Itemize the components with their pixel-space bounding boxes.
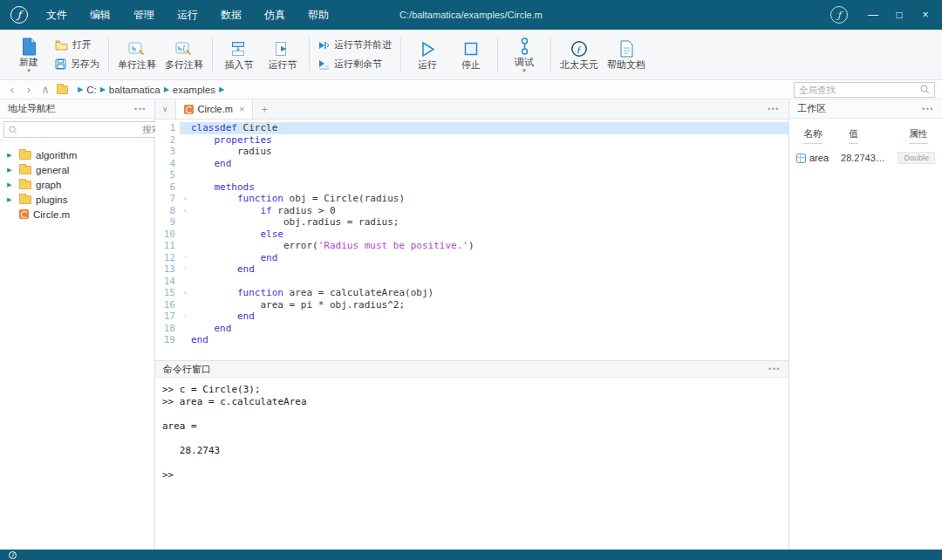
expand-caret-icon[interactable]: ▶ [7, 196, 15, 203]
single-comment-button[interactable]: % 单行注释 [114, 38, 160, 72]
minimize-button[interactable]: — [860, 0, 886, 30]
breadcrumb-segment[interactable]: baltamatica [109, 85, 160, 95]
tree-item-label: algorithm [36, 150, 77, 160]
panel-menu-dots[interactable]: ••• [134, 105, 147, 113]
tree-item-algorithm[interactable]: ▶algorithm [0, 147, 154, 162]
tree-item-plugins[interactable]: ▶plugins [0, 192, 154, 207]
code-line[interactable]: 19end [155, 334, 788, 346]
code-line[interactable]: 13· end [155, 263, 788, 276]
code-line[interactable]: 15▿ function area = calculateArea(obj) [155, 287, 788, 299]
code-line[interactable]: 17· end [155, 311, 788, 323]
folder-icon [19, 166, 31, 174]
close-button[interactable]: × [912, 0, 939, 30]
help-docs-button[interactable]: 帮助文档 [604, 38, 649, 72]
tab-circle-m[interactable]: Circle.m × [175, 99, 254, 119]
code-line[interactable]: 12· end [155, 252, 788, 264]
code-line[interactable]: 3 radius [155, 146, 788, 158]
code-line[interactable]: 14 [155, 276, 788, 288]
open-button[interactable]: 打开 [51, 38, 103, 52]
run-section-button[interactable]: 运行节 [262, 38, 304, 72]
menu-item[interactable]: 帮助 [297, 0, 340, 30]
code-line[interactable]: 10 else [155, 229, 788, 241]
menu-item[interactable]: 管理 [122, 0, 166, 30]
sidebar-search-input[interactable] [21, 125, 139, 135]
run-section-advance-button[interactable]: 运行节并前进 [315, 38, 395, 52]
menu-item[interactable]: 文件 [35, 0, 78, 30]
menu-item[interactable]: 仿真 [253, 0, 297, 30]
global-search-input[interactable] [799, 85, 917, 95]
menu-item[interactable]: 编辑 [78, 0, 122, 30]
code-line[interactable]: 7▿ function obj = Circle(radius) [155, 193, 788, 205]
code-line[interactable]: 4 end [155, 158, 788, 170]
baltamatica-label: 北太天元 [560, 59, 598, 71]
close-tab-icon[interactable]: × [239, 104, 244, 114]
tab-list-chevron-icon[interactable]: ∨ [155, 105, 175, 113]
toolbar-separator [108, 38, 109, 72]
fold-marker-icon[interactable]: ▿ [180, 193, 191, 205]
workspace-row[interactable]: area28.2743…Double [789, 147, 942, 168]
maximize-button[interactable]: □ [886, 0, 912, 30]
line-number: 15 [155, 287, 180, 299]
line-number: 2 [155, 134, 180, 147]
tree-item-graph[interactable]: ▶graph [0, 177, 154, 192]
stop-icon [463, 39, 479, 59]
breadcrumb-segment[interactable]: C: [86, 85, 97, 95]
workspace-columns: 名称 值 属性 [789, 119, 942, 147]
baltamatica-logo-icon: ƒ [570, 39, 588, 59]
multi-comment-button[interactable]: %{ 多行注释 [161, 38, 207, 72]
fold-marker-icon[interactable]: · [180, 311, 191, 323]
code-line[interactable]: 18 end [155, 323, 788, 335]
toolbar-separator [497, 38, 498, 72]
fold-gutter [180, 181, 191, 194]
save-as-button[interactable]: 另存为 [51, 57, 103, 72]
command-line: area = [162, 420, 782, 433]
line-number: 9 [155, 216, 180, 229]
command-line: 28.2743 [162, 445, 782, 457]
editor-menu-dots[interactable]: ••• [768, 105, 780, 113]
code-line[interactable]: 11 error('Radius must be positive.') [155, 240, 788, 252]
debug-button[interactable]: 调试 ▾ [503, 35, 545, 75]
sidebar-search[interactable]: 搜索 [3, 121, 166, 138]
code-editor[interactable]: 1classdef Circle2 properties3 radius4 en… [155, 120, 788, 360]
command-menu-dots[interactable]: ••• [768, 365, 781, 373]
global-search[interactable] [794, 82, 935, 98]
code-line[interactable]: 9 obj.radius = radius; [155, 216, 788, 229]
fold-marker-icon[interactable]: ▿ [180, 205, 191, 217]
code-line[interactable]: 16 area = pi * obj.radius^2; [155, 299, 788, 311]
expand-caret-icon[interactable]: ▶ [7, 181, 15, 188]
code-line[interactable]: 8▿ if radius > 0 [155, 205, 788, 217]
tree-item-circle-m[interactable]: ▶Circle.m [0, 207, 154, 222]
code-line[interactable]: 5 [155, 169, 788, 181]
insert-section-button[interactable]: 插入节 [218, 38, 260, 72]
new-label: 新建 [19, 57, 38, 68]
breadcrumb-arrow-icon: ▶ [164, 85, 169, 93]
menu-item[interactable]: 运行 [166, 0, 209, 30]
code-line[interactable]: 6 methods [155, 181, 788, 194]
up-button[interactable]: ∧ [40, 85, 51, 95]
expand-caret-icon[interactable]: ▶ [7, 167, 15, 174]
line-number: 11 [155, 240, 180, 252]
command-output[interactable]: >> c = Circle(3);>> area = c.calculateAr… [155, 378, 788, 550]
new-tab-button[interactable]: + [253, 103, 276, 116]
expand-caret-icon[interactable]: ▶ [7, 152, 15, 159]
fold-marker-icon[interactable]: · [180, 263, 191, 276]
fold-marker-icon[interactable]: · [180, 252, 191, 264]
menu-item[interactable]: 数据 [209, 0, 253, 30]
workspace-menu-dots[interactable]: ••• [922, 105, 934, 113]
forward-button[interactable]: › [24, 85, 34, 95]
code-line[interactable]: 1classdef Circle [155, 122, 788, 134]
fold-marker-icon[interactable]: ▿ [180, 287, 191, 299]
stop-button[interactable]: 停止 [450, 38, 492, 72]
code-line[interactable]: 2 properties [155, 134, 788, 147]
new-button[interactable]: 新建 ▾ [8, 35, 50, 75]
column-header-name[interactable]: 名称 [803, 127, 823, 144]
run-button[interactable]: 运行 [406, 38, 448, 72]
column-header-attr[interactable]: 属性 [909, 127, 928, 144]
column-header-value[interactable]: 值 [849, 127, 858, 144]
breadcrumb-segment[interactable]: examples [173, 85, 215, 95]
tree-item-general[interactable]: ▶general [0, 162, 154, 177]
run-remaining-button[interactable]: 运行剩余节 [315, 57, 395, 72]
baltamatica-button[interactable]: ƒ 北太天元 [556, 38, 602, 72]
back-button[interactable]: ‹ [7, 85, 17, 95]
chevron-down-icon: ▾ [522, 68, 526, 73]
